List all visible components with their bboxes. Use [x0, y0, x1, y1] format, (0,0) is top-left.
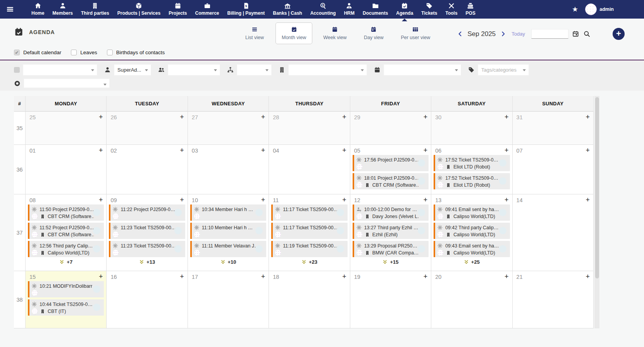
add-event-in-day-button[interactable]: +	[424, 114, 428, 120]
nav-item-banks-cash[interactable]: Banks | Cash	[273, 0, 302, 19]
calendar-event[interactable]: 11:52 Project PJ2509-0…CBT CRM (Software…	[28, 223, 104, 239]
filter-select-tag[interactable]: Tags/categories	[478, 64, 529, 76]
add-event-in-day-button[interactable]: +	[99, 197, 103, 203]
add-event-in-day-button[interactable]: +	[342, 114, 346, 120]
calendar-event[interactable]: 11:23 Ticket TS2509-00…	[109, 241, 185, 257]
calendar-event[interactable]: 13:29 Proposal PR250…BMW (CAR Compa…	[353, 241, 429, 257]
add-event-in-day-button[interactable]: +	[585, 197, 590, 203]
filter-select-building[interactable]	[288, 64, 367, 76]
filter-select-square[interactable]	[23, 64, 97, 76]
date-picker-icon[interactable]	[572, 31, 579, 37]
search-icon[interactable]	[584, 31, 590, 37]
calendar-event[interactable]: 11:11 Member Velavan J…	[190, 241, 266, 257]
more-events-link[interactable]: +23	[269, 259, 350, 265]
add-event-in-day-button[interactable]: +	[180, 197, 184, 203]
view-button-day-view[interactable]: Day view	[357, 22, 390, 44]
more-events-link[interactable]: +25	[431, 259, 512, 265]
add-event-in-day-button[interactable]: +	[342, 148, 346, 153]
nav-item-commerce[interactable]: Commerce	[195, 0, 219, 19]
add-event-in-day-button[interactable]: +	[342, 274, 346, 279]
add-event-in-day-button[interactable]: +	[505, 114, 509, 120]
scrollbar-thumb[interactable]	[595, 97, 599, 278]
nav-item-agenda[interactable]: Agenda	[396, 0, 413, 19]
checkbox-birthdays-of-contacts[interactable]: Birthdays of contacts	[107, 50, 165, 55]
calendar-event[interactable]: 17:52 Ticket TS2509-0…Eliot LTD (Robot)	[434, 173, 510, 189]
vertical-scrollbar[interactable]	[594, 96, 599, 328]
calendar-event[interactable]: 11:23 Ticket TS2509-00…	[109, 223, 185, 239]
more-events-link[interactable]: +13	[107, 259, 187, 265]
calendar-event[interactable]: 09:42 Third party Calip…Calipso World(LT…	[434, 223, 510, 239]
view-button-per-user-view[interactable]: Per user view	[394, 22, 436, 44]
filter-select-person[interactable]: SuperAd...	[114, 64, 151, 76]
add-event-in-day-button[interactable]: +	[424, 274, 428, 279]
more-events-link[interactable]: +10	[188, 259, 269, 265]
calendar-event[interactable]: 09:43 Email sent by ha…Calipso World(LTD…	[434, 241, 510, 257]
more-events-link[interactable]: +15	[350, 259, 431, 265]
checkbox-box[interactable]	[71, 50, 77, 55]
add-event-in-day-button[interactable]: +	[261, 274, 265, 279]
add-event-in-day-button[interactable]: +	[180, 114, 184, 120]
calendar-event[interactable]: 18:01 Project PJ2509-0…CBT CRM (Software…	[353, 173, 429, 189]
add-event-in-day-button[interactable]: +	[505, 197, 509, 203]
quick-search-input[interactable]	[531, 29, 568, 39]
calendar-event[interactable]: 17:56 Project PJ2509-0…	[353, 155, 429, 171]
add-event-in-day-button[interactable]: +	[585, 274, 590, 279]
calendar-event[interactable]: 10:21 MODIFYInDolibarr	[28, 281, 104, 297]
calendar-event[interactable]: 10:34 Member Hari h …	[190, 204, 266, 221]
previous-month-icon[interactable]	[457, 31, 463, 37]
filter-select-users[interactable]	[168, 64, 220, 76]
today-link[interactable]: Today	[511, 31, 525, 37]
add-event-in-day-button[interactable]: +	[261, 197, 265, 203]
nav-item-members[interactable]: Members	[52, 0, 73, 19]
add-event-in-day-button[interactable]: +	[424, 148, 428, 153]
calendar-event[interactable]: 17:52 Ticket TS2509-0…Eliot LTD (Robot)	[434, 155, 510, 171]
calendar-event[interactable]: 11:17 Ticket TS2509-00…	[271, 223, 347, 239]
add-event-in-day-button[interactable]: +	[261, 114, 265, 120]
add-event-in-day-button[interactable]: +	[505, 274, 509, 279]
add-event-in-day-button[interactable]: +	[585, 148, 590, 153]
nav-item-products-services[interactable]: Products | Services	[117, 0, 160, 19]
add-event-in-day-button[interactable]: +	[180, 274, 184, 279]
calendar-event[interactable]: 13:27 Third party Ezhil …Ezhil (Ezhil)	[353, 223, 429, 239]
calendar-event[interactable]: 11:50 Project PJ2509-0…CBT CRM (Software…	[28, 204, 104, 221]
calendar-event[interactable]: 10:44 Ticket TS2509-0…CBT (IT)	[28, 299, 104, 316]
checkbox-box[interactable]: ✔	[14, 50, 20, 55]
add-event-in-day-button[interactable]: +	[585, 114, 590, 120]
calendar-event[interactable]: 11:19 Ticket TS2509-00…	[271, 241, 347, 257]
filter-select-status[interactable]	[24, 79, 110, 88]
nav-item-tickets[interactable]: Tickets	[421, 0, 437, 19]
checkbox-box[interactable]	[107, 50, 113, 55]
calendar-event[interactable]: 12:56 Third party Calip…Calipso World(LT…	[28, 241, 104, 257]
nav-item-billing-payment[interactable]: $Billing | Payment	[227, 0, 265, 19]
checkbox-leaves[interactable]: Leaves	[71, 50, 97, 55]
nav-item-accounting[interactable]: $Accounting	[310, 0, 336, 19]
add-event-in-day-button[interactable]: +	[505, 148, 509, 153]
nav-item-third-parties[interactable]: Third parties	[81, 0, 109, 19]
checkbox-default-calendar[interactable]: ✔Default calendar	[14, 50, 61, 55]
calendar-event[interactable]: 11:17 Ticket TS2509-00…	[271, 204, 347, 221]
nav-item-hrm[interactable]: HRM	[344, 0, 355, 19]
bookmark-star-icon[interactable]: ★	[572, 5, 578, 14]
add-event-in-day-button[interactable]: +	[180, 148, 184, 153]
filter-select-calendar2[interactable]	[384, 64, 461, 76]
add-event-in-day-button[interactable]: +	[261, 148, 265, 153]
nav-item-home[interactable]: Home	[31, 0, 44, 19]
next-month-icon[interactable]	[500, 31, 506, 37]
add-event-in-day-button[interactable]: +	[99, 148, 103, 153]
view-button-list-view[interactable]: List view	[238, 22, 271, 44]
view-button-week-view[interactable]: Week view	[317, 22, 353, 44]
hamburger-menu-icon[interactable]	[6, 6, 14, 13]
nav-item-pos[interactable]: POS	[466, 0, 475, 19]
user-name[interactable]: admin	[599, 7, 614, 12]
add-event-in-day-button[interactable]: +	[99, 114, 103, 120]
nav-item-documents[interactable]: Documents	[363, 0, 388, 19]
calendar-event[interactable]: 11:22 Project PJ2509-0…	[109, 204, 185, 221]
add-event-button[interactable]: +	[613, 28, 625, 40]
filter-select-sitemap[interactable]	[237, 64, 272, 76]
add-event-in-day-button[interactable]: +	[99, 274, 103, 279]
calendar-event[interactable]: 11:10 Member Hari h …	[190, 223, 266, 239]
nav-item-tools[interactable]: Tools	[445, 0, 457, 19]
nav-item-projects[interactable]: Projects	[169, 0, 187, 19]
add-event-in-day-button[interactable]: +	[424, 197, 428, 203]
more-events-link[interactable]: +7	[26, 259, 106, 265]
